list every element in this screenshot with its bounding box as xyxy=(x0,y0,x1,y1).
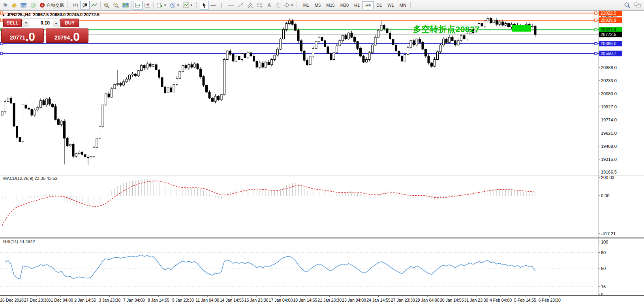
signal-icon xyxy=(30,2,36,8)
svg-text:20772.5: 20772.5 xyxy=(601,32,616,37)
tile-windows-icon xyxy=(122,2,129,8)
line-chart-button[interactable] xyxy=(90,1,99,9)
buy-button[interactable]: BUY xyxy=(60,19,79,27)
tile-windows-button[interactable] xyxy=(121,1,130,9)
auto-scroll-button[interactable] xyxy=(133,1,143,9)
cursor-icon xyxy=(201,2,207,8)
trendline-icon xyxy=(237,2,244,8)
buy-price-frac: .0 xyxy=(70,32,80,42)
signals-button[interactable] xyxy=(28,1,38,9)
symbol-period-label: JPN225-,H4 xyxy=(7,12,31,17)
svg-text:27 Jan 23:30: 27 Jan 23:30 xyxy=(391,298,415,302)
market-watch-window-button[interactable] xyxy=(19,1,28,9)
svg-text:9 Jan 23:30: 9 Jan 23:30 xyxy=(172,298,194,302)
svg-text:6 Feb 23:30: 6 Feb 23:30 xyxy=(539,298,561,302)
arrows-icon xyxy=(284,2,290,8)
chart-annotation-text: 多空转折点20827 xyxy=(413,24,479,35)
text-button[interactable]: A xyxy=(265,1,274,9)
svg-text:50: 50 xyxy=(601,266,606,271)
sell-price-int: 20771 xyxy=(10,34,25,41)
equidistant-channel-icon: E xyxy=(247,2,253,8)
timeframe-m15[interactable]: M15 xyxy=(323,1,337,9)
new-chart-icon xyxy=(156,2,163,8)
autotrading-button[interactable]: 自动交易 xyxy=(38,1,66,9)
svg-text:2 Jan 14:55: 2 Jan 14:55 xyxy=(74,298,96,302)
timeframe-h1[interactable]: H1 xyxy=(351,1,362,9)
volume-input[interactable] xyxy=(29,19,53,27)
timeframe-d1[interactable]: D1 xyxy=(374,1,385,9)
timeframe-m30[interactable]: M30 xyxy=(338,1,351,9)
arrows-button[interactable]: ▼ xyxy=(282,1,295,9)
buy-price-int: 20794 xyxy=(54,34,70,41)
trendline-button[interactable] xyxy=(236,1,245,9)
zoom-out-button[interactable] xyxy=(111,1,121,9)
fibonacci-icon: F xyxy=(257,2,263,8)
svg-text:31 Dec 04:00: 31 Dec 04:00 xyxy=(49,298,73,302)
chevron-down-icon: ▼ xyxy=(190,4,193,7)
svg-text:20550.7: 20550.7 xyxy=(601,51,616,56)
period-button[interactable]: ▼ xyxy=(168,1,181,9)
new-order-button[interactable]: 单 xyxy=(1,1,9,9)
rsi-indicator-label: RSI(14) 44.4942 xyxy=(3,239,35,244)
timeframe-w1[interactable]: W1 xyxy=(385,1,397,9)
svg-text:0: 0 xyxy=(601,292,603,297)
chart-shift-icon xyxy=(144,2,150,8)
svg-text:F: F xyxy=(261,6,263,8)
svg-text:19468.0: 19468.0 xyxy=(601,144,617,149)
chat-button[interactable] xyxy=(632,1,643,9)
indicators-icon xyxy=(183,2,189,8)
clock-icon xyxy=(170,2,176,8)
svg-text:19315.0: 19315.0 xyxy=(601,157,617,162)
chart-window-title: ▲JPN225-,H4 20867.5 20880.0 20745.0 2077… xyxy=(2,12,100,17)
search-icon xyxy=(624,2,631,8)
bar-chart-button[interactable] xyxy=(71,1,80,9)
text-label-icon: T xyxy=(276,3,280,8)
svg-text:20080.0: 20080.0 xyxy=(601,91,617,96)
new-chart-button[interactable]: ▼ xyxy=(155,1,168,9)
volume-decrease-button[interactable]: ▼ xyxy=(23,19,29,27)
timeframe-m5[interactable]: M5 xyxy=(312,1,323,9)
auto-scroll-icon xyxy=(135,2,141,8)
svg-text:80: 80 xyxy=(601,250,606,255)
crosshair-icon xyxy=(210,2,216,8)
timeframe-mn[interactable]: MN xyxy=(397,1,409,9)
chart-shift-button[interactable] xyxy=(143,1,152,9)
timeframe-h4[interactable]: H4 xyxy=(362,1,374,9)
svg-text:21022.5: 21022.5 xyxy=(601,11,616,15)
candlestick-chart-button[interactable] xyxy=(80,1,90,9)
collapse-panel-arrow[interactable]: ▲ xyxy=(2,13,5,17)
indicators-button[interactable]: ▼ xyxy=(181,1,195,9)
chart-canvas[interactable]: 200.030.00-417.21100805015020993.520386.… xyxy=(0,0,644,306)
svg-text:20233.0: 20233.0 xyxy=(601,78,617,83)
autotrading-icon xyxy=(39,2,45,8)
sell-price-button[interactable]: 20771.0 xyxy=(1,28,44,43)
svg-text:20827.4: 20827.4 xyxy=(601,27,616,32)
cursor-button[interactable] xyxy=(200,1,208,9)
svg-text:31 Jan 23:30: 31 Jan 23:30 xyxy=(464,298,488,302)
one-click-trading-panel: SELL ▼ ▲ BUY 20771.0 20794.0 xyxy=(1,19,89,43)
svg-text:15 Jan 23:30: 15 Jan 23:30 xyxy=(244,298,268,302)
bar-chart-icon xyxy=(72,2,79,8)
volume-increase-button[interactable]: ▲ xyxy=(53,19,59,27)
search-button[interactable] xyxy=(622,1,632,9)
text-label-button[interactable]: T xyxy=(274,1,282,9)
window-icon xyxy=(21,2,27,8)
equidistant-channel-button[interactable]: E xyxy=(245,1,255,9)
timeframe-m1[interactable]: M1 xyxy=(300,1,312,9)
svg-text:23 Jan 04:00: 23 Jan 04:00 xyxy=(342,298,366,302)
svg-text:E: E xyxy=(252,6,253,8)
vertical-line-button[interactable] xyxy=(218,1,226,9)
sell-button[interactable]: SELL xyxy=(3,19,22,27)
horizontal-line-icon xyxy=(228,2,234,8)
svg-text:8 Jan 14:55: 8 Jan 14:55 xyxy=(148,298,169,302)
new-order-label: 单 xyxy=(3,2,8,8)
zoom-in-button[interactable] xyxy=(102,1,111,9)
crosshair-button[interactable] xyxy=(208,1,218,9)
candlestick-chart-icon xyxy=(82,2,88,8)
horizontal-line-button[interactable] xyxy=(226,1,236,9)
buy-price-button[interactable]: 20794.0 xyxy=(46,28,88,43)
svg-text:100: 100 xyxy=(601,240,608,244)
eraser-button[interactable] xyxy=(9,1,19,9)
ohlc-values: 20867.5 20880.0 20745.0 20772.5 xyxy=(33,12,100,17)
fibonacci-button[interactable]: F xyxy=(255,1,265,9)
